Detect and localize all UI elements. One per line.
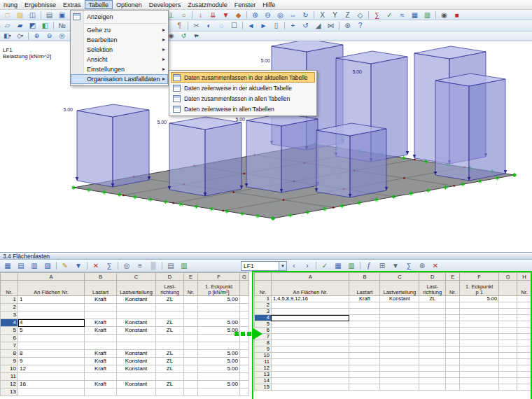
table-cell[interactable] xyxy=(460,315,499,321)
table-cell[interactable] xyxy=(117,342,156,350)
load-case-icon[interactable]: ↓ xyxy=(195,10,206,20)
table-cell[interactable]: ZL xyxy=(419,296,446,302)
view-y-icon[interactable]: Y xyxy=(329,10,341,20)
table-cell[interactable] xyxy=(380,315,419,321)
table-cell[interactable] xyxy=(349,309,380,315)
table-cell[interactable] xyxy=(446,378,460,384)
menu-item-einstellungen[interactable]: Einstellungen▸ xyxy=(71,64,168,74)
table-cell[interactable] xyxy=(198,388,240,396)
table-cell[interactable] xyxy=(419,309,446,315)
table-cell[interactable] xyxy=(18,373,85,381)
menubar-item-zusatzmodule[interactable]: Zusatzmodule xyxy=(184,0,231,9)
table-cell[interactable] xyxy=(517,309,531,315)
copy-icon[interactable]: ▣ xyxy=(56,10,68,20)
menu-item-bearbeiten[interactable]: Bearbeiten▸ xyxy=(71,35,168,45)
table-cell[interactable] xyxy=(184,365,198,373)
new-window-icon[interactable]: ▯ xyxy=(270,21,282,30)
isolate-icon[interactable]: ◌ xyxy=(216,21,227,30)
table-cell[interactable] xyxy=(460,384,499,391)
table-cell[interactable] xyxy=(460,302,499,309)
table-options-icon[interactable]: ⊛ xyxy=(416,260,428,271)
submenu-item-daten-zusammenfassen-in-der-aktuellen-tabelle[interactable]: Daten zusammenfassen in der aktuellen Ta… xyxy=(171,72,315,83)
table-cell[interactable] xyxy=(349,365,380,372)
table-settings-icon[interactable]: ▨ xyxy=(41,260,54,271)
row-number-cell[interactable]: 11 xyxy=(255,359,272,365)
table-cell[interactable] xyxy=(156,312,184,319)
copy-table-icon[interactable]: ▦ xyxy=(1,260,14,271)
close-table-icon[interactable]: ✕ xyxy=(429,260,442,271)
table-cell[interactable] xyxy=(419,359,446,365)
row-number-cell[interactable]: 9 xyxy=(1,358,18,365)
table-cell[interactable] xyxy=(117,373,156,381)
save-icon[interactable]: ◫ xyxy=(27,10,38,20)
row-number-cell[interactable]: 3 xyxy=(255,309,272,315)
table-cell[interactable] xyxy=(240,312,249,319)
sum-values-icon[interactable]: ∑ xyxy=(402,260,415,271)
comments-icon[interactable]: ¶ xyxy=(174,21,186,30)
settings-icon[interactable]: ⊛ xyxy=(342,21,354,30)
table-cell[interactable] xyxy=(117,304,156,312)
table-cell[interactable] xyxy=(517,340,531,346)
delete-contents-icon[interactable]: ✕ xyxy=(90,260,102,271)
table-cell[interactable] xyxy=(499,340,517,346)
column-header-F[interactable]: F xyxy=(198,273,240,281)
table-cell[interactable]: 5.00 xyxy=(198,327,240,335)
table-cell[interactable] xyxy=(156,342,184,350)
table-cell[interactable] xyxy=(156,304,184,312)
table-cell[interactable] xyxy=(271,334,349,340)
menubar-item-extras[interactable]: Extras xyxy=(59,0,85,9)
table-cell[interactable] xyxy=(380,359,419,365)
table-cell[interactable] xyxy=(271,302,349,309)
transparent-icon[interactable]: ◩ xyxy=(27,21,38,30)
table-cell[interactable] xyxy=(349,353,380,359)
pan-icon[interactable]: ⇔ xyxy=(287,10,299,20)
tables-icon[interactable]: ▦ xyxy=(409,10,421,20)
menubar-item-developers[interactable]: Developers xyxy=(146,0,185,9)
table-cell[interactable] xyxy=(499,378,517,384)
table-cell[interactable]: ZL xyxy=(156,327,184,335)
menubar-item-ergebnisse[interactable]: Ergebnisse xyxy=(21,0,59,9)
insert-row-icon[interactable]: ▤ xyxy=(15,260,27,271)
row-number-cell[interactable]: 14 xyxy=(255,378,272,384)
menu-item-ansicht[interactable]: Ansicht▸ xyxy=(71,55,168,64)
shaded-icon[interactable]: ▰ xyxy=(14,21,26,30)
table-cell[interactable] xyxy=(499,321,517,328)
column-header-B[interactable]: B xyxy=(349,273,380,281)
table-cell[interactable]: 1 xyxy=(18,296,85,304)
table-cell[interactable] xyxy=(184,358,198,365)
zoom-out-icon[interactable]: ⊖ xyxy=(262,10,274,20)
table-cell[interactable] xyxy=(499,346,517,353)
table-cell[interactable] xyxy=(156,388,184,396)
table-cell[interactable]: ZL xyxy=(156,358,184,365)
table-cell[interactable] xyxy=(446,309,460,315)
table-cell[interactable] xyxy=(460,353,499,359)
zoom-all-icon[interactable]: ◎ xyxy=(274,10,286,20)
table-cell[interactable] xyxy=(517,321,531,328)
combo-dropdown-icon[interactable]: ▼ xyxy=(279,262,286,270)
table-cell[interactable]: 5.00 xyxy=(198,365,240,373)
table-cell[interactable] xyxy=(380,365,419,372)
table-cell[interactable] xyxy=(517,315,531,321)
table-cell[interactable]: 4 xyxy=(18,319,85,327)
column-header-A[interactable]: A xyxy=(18,273,85,281)
table-cell[interactable] xyxy=(240,365,249,373)
rotate-model-icon[interactable]: ↺ xyxy=(300,21,312,30)
table-cell[interactable] xyxy=(271,378,349,384)
table-cell[interactable]: 5.00 xyxy=(198,381,240,388)
row-number-cell[interactable]: 4 xyxy=(1,319,18,327)
table-cell[interactable]: Konstant xyxy=(117,381,156,388)
table-cell[interactable] xyxy=(517,359,531,365)
table-cell[interactable] xyxy=(184,312,198,319)
menubar-item-nung[interactable]: nung xyxy=(0,0,21,9)
table-cell[interactable] xyxy=(349,328,380,334)
table-cell[interactable] xyxy=(446,340,460,346)
table-cell[interactable] xyxy=(419,334,446,340)
table-cell[interactable]: ZL xyxy=(156,365,184,373)
table-cell[interactable] xyxy=(419,328,446,334)
table-cell[interactable] xyxy=(446,372,460,378)
table-cell[interactable]: 16 xyxy=(18,381,85,388)
table-cell[interactable] xyxy=(446,346,460,353)
row-number-cell[interactable]: 3 xyxy=(1,312,18,319)
table-cell[interactable] xyxy=(85,304,117,312)
table-cell[interactable] xyxy=(380,309,419,315)
